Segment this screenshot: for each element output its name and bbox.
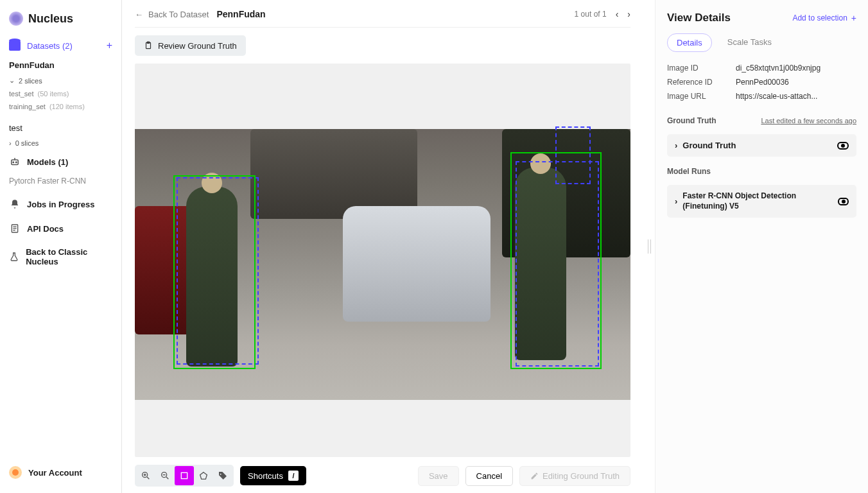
svg-line-11 bbox=[147, 477, 149, 479]
visibility-toggle-icon[interactable] bbox=[837, 142, 849, 150]
add-dataset-icon[interactable]: + bbox=[107, 40, 112, 51]
shortcuts-label: Shortcuts bbox=[248, 471, 283, 481]
other-dataset-name[interactable]: test bbox=[0, 119, 121, 137]
chevron-right-icon: › bbox=[675, 196, 677, 206]
bbox-tool-button[interactable] bbox=[175, 466, 194, 485]
image-id-value: di_c58xtqtvn1j00b9xnjpg bbox=[736, 64, 856, 73]
slices-summary: 2 slices bbox=[19, 77, 42, 85]
add-to-selection-label: Add to selection bbox=[792, 13, 847, 22]
tab-scale-tasks[interactable]: Scale Tasks bbox=[718, 33, 781, 52]
robot-icon bbox=[9, 156, 21, 168]
database-icon bbox=[9, 40, 21, 51]
datasets-label: Datasets (2) bbox=[27, 41, 73, 51]
pager: 1 out of 1 ‹ › bbox=[575, 9, 630, 19]
other-slices-summary: 0 slices bbox=[15, 139, 39, 147]
review-label: Review Ground Truth bbox=[158, 41, 237, 51]
arrow-left-icon: ← bbox=[135, 10, 143, 19]
tag-tool-button[interactable] bbox=[213, 466, 232, 485]
editing-ground-truth-button: Editing Ground Truth bbox=[519, 466, 630, 486]
model-item[interactable]: Pytorch Faster R-CNN bbox=[0, 174, 121, 192]
brand: Nucleus bbox=[0, 8, 121, 35]
visibility-toggle-icon[interactable] bbox=[838, 198, 849, 205]
last-edited-link[interactable]: Last edited a few seconds ago bbox=[761, 117, 856, 125]
reference-id-value: PennPed00036 bbox=[736, 78, 856, 87]
api-docs-label: API Docs bbox=[27, 224, 64, 234]
slice-count: (120 items) bbox=[49, 103, 85, 110]
nav-jobs[interactable]: Jobs in Progress bbox=[0, 192, 121, 216]
image-url-label: Image URL bbox=[667, 92, 728, 101]
slice-count: (50 items) bbox=[38, 90, 69, 98]
ground-truth-bbox[interactable] bbox=[510, 152, 602, 369]
chevron-right-icon: › bbox=[9, 139, 12, 147]
pager-prev[interactable]: ‹ bbox=[616, 9, 619, 19]
cancel-button[interactable]: Cancel bbox=[465, 466, 513, 486]
keyboard-icon: / bbox=[288, 471, 299, 481]
image-id-label: Image ID bbox=[667, 64, 728, 73]
details-panel: View Details Add to selection + Details … bbox=[655, 0, 868, 493]
brand-logo-icon bbox=[9, 12, 23, 26]
zoom-in-button[interactable] bbox=[136, 466, 155, 485]
add-to-selection-link[interactable]: Add to selection + bbox=[792, 13, 856, 23]
bottom-toolbar: Shortcuts / Save Cancel Editing Ground T… bbox=[135, 457, 630, 487]
jobs-label: Jobs in Progress bbox=[27, 200, 94, 209]
flask-icon bbox=[9, 251, 19, 263]
panel-resize-handle[interactable] bbox=[643, 0, 655, 493]
pencil-icon bbox=[530, 472, 539, 480]
ground-truth-section-label: Ground Truth bbox=[667, 116, 716, 125]
review-ground-truth-button[interactable]: Review Ground Truth bbox=[135, 35, 246, 56]
image-url-value[interactable]: https://scale-us-attach... bbox=[736, 92, 856, 101]
account-label: Your Account bbox=[28, 468, 82, 478]
svg-rect-17 bbox=[181, 472, 187, 478]
top-bar: ← Back To Dataset PennFudan 1 out of 1 ‹… bbox=[135, 9, 630, 28]
tab-details[interactable]: Details bbox=[667, 33, 712, 52]
svg-line-15 bbox=[166, 477, 168, 479]
plus-icon: + bbox=[851, 13, 856, 23]
image-canvas[interactable] bbox=[135, 64, 630, 457]
nav-datasets[interactable]: Datasets (2) + bbox=[0, 35, 121, 56]
slice-item[interactable]: test_set (50 items) bbox=[0, 87, 121, 100]
dataset-title: PennFudan bbox=[216, 9, 265, 19]
nav-classic[interactable]: Back to Classic Nucleus bbox=[0, 241, 121, 273]
polygon-tool-button[interactable] bbox=[194, 466, 213, 485]
nav-api-docs[interactable]: API Docs bbox=[0, 216, 121, 241]
svg-point-1 bbox=[13, 162, 14, 163]
tool-group bbox=[135, 465, 234, 487]
back-label: Back To Dataset bbox=[148, 10, 209, 19]
main-area: ← Back To Dataset PennFudan 1 out of 1 ‹… bbox=[122, 0, 643, 493]
current-dataset-name[interactable]: PennFudan bbox=[0, 56, 121, 74]
ground-truth-row-label: Ground Truth bbox=[682, 141, 736, 150]
nav-models[interactable]: Models (1) bbox=[0, 150, 121, 174]
pager-next[interactable]: › bbox=[627, 9, 630, 19]
classic-label: Back to Classic Nucleus bbox=[26, 247, 112, 266]
pager-text: 1 out of 1 bbox=[575, 10, 607, 19]
zoom-out-button[interactable] bbox=[155, 466, 175, 485]
chevron-down-icon: ⌄ bbox=[9, 76, 15, 85]
back-to-dataset[interactable]: ← Back To Dataset PennFudan bbox=[135, 9, 266, 19]
model-run-name: Faster R-CNN Object Detection (Finetunin… bbox=[682, 191, 838, 211]
slices-toggle[interactable]: ⌄ 2 slices bbox=[0, 74, 121, 87]
ground-truth-bbox[interactable] bbox=[173, 175, 256, 369]
slice-item[interactable]: training_set (120 items) bbox=[0, 100, 121, 113]
sidebar: Nucleus Datasets (2) + PennFudan ⌄ 2 sli… bbox=[0, 0, 122, 493]
account-row[interactable]: Your Account bbox=[0, 460, 121, 485]
details-title: View Details bbox=[667, 12, 731, 24]
svg-marker-18 bbox=[200, 472, 207, 480]
other-slices-toggle[interactable]: › 0 slices bbox=[0, 137, 121, 150]
models-label: Models (1) bbox=[27, 157, 68, 167]
document-icon bbox=[9, 223, 21, 234]
brand-name: Nucleus bbox=[28, 12, 73, 26]
avatar-icon bbox=[9, 466, 22, 479]
ground-truth-row[interactable]: › Ground Truth bbox=[667, 134, 856, 157]
reference-id-label: Reference ID bbox=[667, 78, 728, 87]
model-run-row[interactable]: › Faster R-CNN Object Detection (Finetun… bbox=[667, 185, 856, 218]
save-button: Save bbox=[418, 466, 459, 486]
chevron-right-icon: › bbox=[675, 141, 677, 150]
editing-label: Editing Ground Truth bbox=[542, 471, 620, 481]
clipboard-icon bbox=[144, 40, 153, 51]
model-runs-section-label: Model Runs bbox=[667, 167, 711, 176]
slice-name: test_set bbox=[9, 90, 34, 98]
svg-point-2 bbox=[16, 162, 17, 163]
shortcuts-button[interactable]: Shortcuts / bbox=[240, 466, 306, 485]
details-tabs: Details Scale Tasks bbox=[667, 33, 856, 52]
bell-icon bbox=[9, 198, 21, 210]
